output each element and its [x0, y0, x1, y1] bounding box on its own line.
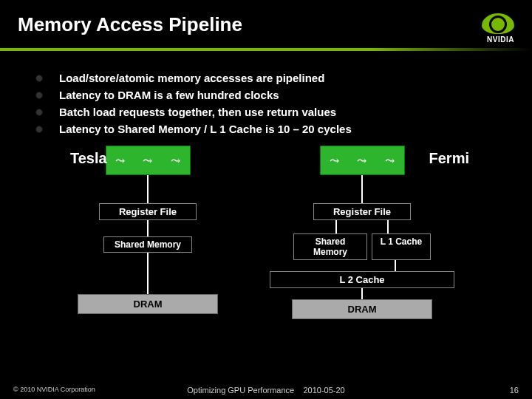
brand-name: NVIDIA — [487, 35, 514, 44]
bullet-text: Latency to Shared Memory / L 1 Cache is … — [59, 123, 352, 135]
tesla-shared-memory: Shared Memory — [103, 236, 192, 253]
connector-line — [147, 220, 149, 236]
copyright-text: © 2010 NVIDIA Corporation — [13, 386, 95, 393]
connector-line — [361, 288, 363, 299]
footer-title: Optimizing GPU Performance — [187, 386, 294, 395]
thread-arrow-icon: ⤳ — [143, 154, 152, 168]
thread-arrow-icon: ⤳ — [171, 154, 180, 168]
bullet-icon — [35, 126, 43, 133]
nvidia-eye-icon — [482, 13, 514, 34]
slide-footer: © 2010 NVIDIA Corporation Optimizing GPU… — [0, 386, 532, 393]
fermi-label: Fermi — [429, 150, 469, 167]
slide-title: Memory Access Pipeline — [18, 13, 242, 36]
slide-number: 16 — [510, 386, 519, 395]
tesla-label: Tesla — [70, 150, 107, 167]
fermi-column: Fermi ⤳ ⤳ ⤳ Register File Shared Memory … — [270, 146, 454, 319]
fermi-shared-memory: Shared Memory — [293, 233, 367, 260]
bullet-icon — [35, 75, 43, 82]
slide-header: Memory Access Pipeline NVIDIA — [0, 0, 532, 44]
bullet-item: Load/store/atomic memory accesses are pi… — [35, 72, 514, 84]
fermi-l2-cache: L 2 Cache — [270, 271, 454, 288]
connector-split — [335, 220, 389, 233]
bullet-text: Batch load requests together, then use r… — [59, 106, 336, 118]
fermi-thread-block: ⤳ ⤳ ⤳ — [320, 146, 405, 175]
tesla-column: Tesla ⤳ ⤳ ⤳ Register File Shared Memory … — [78, 146, 218, 319]
footer-center: Optimizing GPU Performance 2010-05-20 — [187, 386, 344, 395]
bullet-icon — [35, 109, 43, 116]
fermi-l1-cache: L 1 Cache — [372, 233, 431, 260]
architecture-diagrams: Tesla ⤳ ⤳ ⤳ Register File Shared Memory … — [0, 146, 532, 319]
connector-line — [335, 220, 337, 233]
bullet-icon — [35, 92, 43, 99]
fermi-register-file: Register File — [313, 203, 411, 220]
bullet-item: Batch load requests together, then use r… — [35, 106, 514, 118]
brand-logo: NVIDIA — [482, 13, 514, 44]
connector-line — [147, 253, 149, 294]
connector-line — [395, 260, 396, 271]
footer-date: 2010-05-20 — [303, 386, 344, 395]
bullet-text: Latency to DRAM is a few hundred clocks — [59, 89, 279, 101]
thread-arrow-icon: ⤳ — [115, 154, 125, 168]
bullet-text: Load/store/atomic memory accesses are pi… — [59, 72, 324, 84]
bullet-list: Load/store/atomic memory accesses are pi… — [0, 51, 532, 135]
thread-arrow-icon: ⤳ — [330, 154, 339, 168]
tesla-register-file: Register File — [99, 203, 197, 220]
connector-line — [147, 175, 149, 203]
fermi-l1-row: Shared Memory L 1 Cache — [293, 233, 431, 260]
fermi-dram: DRAM — [292, 299, 432, 319]
bullet-item: Latency to DRAM is a few hundred clocks — [35, 89, 514, 101]
connector-line — [361, 175, 363, 203]
bullet-item: Latency to Shared Memory / L 1 Cache is … — [35, 123, 514, 135]
tesla-thread-block: ⤳ ⤳ ⤳ — [106, 146, 191, 175]
connector-line — [387, 220, 389, 233]
thread-arrow-icon: ⤳ — [357, 154, 366, 168]
thread-arrow-icon: ⤳ — [385, 154, 395, 168]
tesla-dram: DRAM — [78, 294, 218, 314]
